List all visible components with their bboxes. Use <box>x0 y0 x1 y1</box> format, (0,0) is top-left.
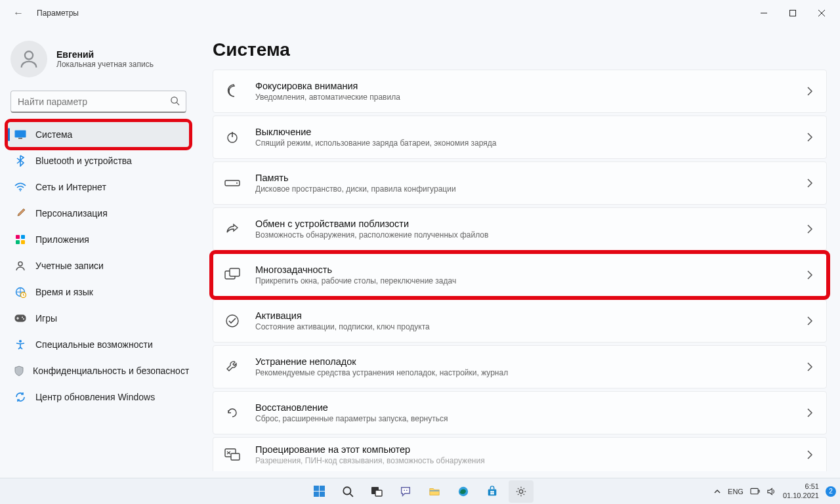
sidebar-item-0[interactable]: Система <box>8 122 189 147</box>
maximize-button[interactable] <box>778 3 807 24</box>
card-8[interactable]: Проецирование на этот компьютерРазрешени… <box>213 437 827 471</box>
moon-icon <box>222 81 242 101</box>
sidebar-item-10[interactable]: Центр обновления Windows <box>8 385 189 410</box>
storage-icon <box>222 173 242 193</box>
sidebar-item-4[interactable]: Приложения <box>8 227 189 252</box>
card-3[interactable]: Обмен с устройствами поблизостиВозможнос… <box>213 207 827 251</box>
tray-notifications-badge[interactable]: 2 <box>826 486 836 497</box>
card-subtitle: Разрешения, ПИН-код связывания, возможно… <box>255 456 807 465</box>
tray-datetime[interactable]: 6:51 01.10.2021 <box>783 482 819 499</box>
card-subtitle: Спящий режим, использование заряда батар… <box>255 138 807 148</box>
card-subtitle: Сброс, расширенные параметры запуска, ве… <box>255 414 807 423</box>
chat-button[interactable] <box>393 480 418 503</box>
svg-rect-0 <box>790 10 796 16</box>
card-subtitle: Прикрепить окна, рабочие столы, переключ… <box>255 276 807 285</box>
chevron-right-icon <box>807 224 813 234</box>
power-icon <box>222 127 242 147</box>
share-icon <box>222 219 242 239</box>
card-subtitle: Рекомендуемые средства устранения непола… <box>255 368 807 377</box>
svg-point-2 <box>171 97 177 103</box>
svg-point-29 <box>406 490 408 491</box>
card-subtitle: Состояние активации, подписки, ключ прод… <box>255 322 807 331</box>
card-0[interactable]: Фокусировка вниманияУведомления, автомат… <box>213 70 827 113</box>
card-title: Выключение <box>255 127 807 137</box>
svg-point-5 <box>20 190 21 192</box>
card-title: Устранение неполадок <box>255 356 807 367</box>
card-7[interactable]: ВосстановлениеСброс, расширенные парамет… <box>213 391 827 434</box>
taskbar-search-button[interactable] <box>335 480 360 503</box>
sidebar-item-7[interactable]: Игры <box>8 306 189 331</box>
svg-rect-30 <box>430 490 439 491</box>
card-2[interactable]: ПамятьДисковое пространство, диски, прав… <box>213 161 827 205</box>
sidebar-item-label: Специальные возможности <box>35 339 153 350</box>
start-button[interactable] <box>306 480 331 503</box>
svg-point-10 <box>18 262 22 266</box>
close-button[interactable] <box>807 3 836 24</box>
card-title: Память <box>255 173 807 183</box>
sidebar: Евгений Локальная учетная запись Система… <box>0 26 197 478</box>
edge-button[interactable] <box>451 480 476 503</box>
search-input[interactable] <box>10 91 186 113</box>
taskbar-center <box>306 480 534 503</box>
card-subtitle: Возможность обнаружения, расположение по… <box>255 230 807 240</box>
card-title: Многозадачность <box>255 264 807 275</box>
svg-point-16 <box>19 340 22 343</box>
sidebar-item-3[interactable]: Персонализация <box>8 201 189 226</box>
titlebar: ← Параметры <box>0 0 840 26</box>
task-view-button[interactable] <box>364 480 389 503</box>
sidebar-item-2[interactable]: Сеть и Интернет <box>8 175 189 200</box>
explorer-button[interactable] <box>422 480 447 503</box>
svg-rect-32 <box>488 489 497 495</box>
sidebar-item-9[interactable]: Конфиденциальность и безопасность <box>8 358 189 383</box>
tray-network-icon[interactable] <box>750 487 760 496</box>
card-4[interactable]: МногозадачностьПрикрепить окна, рабочие … <box>213 253 827 297</box>
card-5[interactable]: АктивацияСостояние активации, подписки, … <box>213 299 827 343</box>
tray-chevron-icon[interactable] <box>713 488 721 495</box>
svg-rect-24 <box>231 453 240 460</box>
settings-button[interactable] <box>509 480 534 503</box>
search-icon <box>170 96 180 106</box>
svg-point-19 <box>236 182 238 184</box>
svg-point-14 <box>22 317 23 318</box>
svg-rect-4 <box>18 138 22 139</box>
check-icon <box>222 311 242 331</box>
svg-rect-3 <box>15 131 26 138</box>
settings-cards: Фокусировка вниманияУведомления, автомат… <box>213 70 827 467</box>
card-title: Фокусировка внимания <box>255 81 807 91</box>
brush-icon <box>14 207 26 219</box>
svg-point-15 <box>23 318 24 320</box>
globe-clock-icon <box>14 286 26 298</box>
sidebar-item-label: Время и язык <box>35 287 93 297</box>
svg-rect-21 <box>230 268 240 276</box>
tray-language[interactable]: ENG <box>728 488 744 495</box>
sidebar-item-6[interactable]: Время и язык <box>8 280 189 304</box>
card-title: Обмен с устройствами поблизости <box>255 219 807 229</box>
svg-rect-34 <box>492 491 494 493</box>
sidebar-item-label: Центр обновления Windows <box>35 392 155 402</box>
profile-subtitle: Локальная учетная запись <box>56 60 154 69</box>
back-button[interactable]: ← <box>10 7 26 19</box>
sidebar-item-label: Bluetooth и устройства <box>35 156 132 166</box>
sidebar-item-5[interactable]: Учетные записи <box>8 253 189 278</box>
gamepad-icon <box>14 312 26 324</box>
display-icon <box>14 129 26 140</box>
wrench-icon <box>222 357 242 377</box>
card-1[interactable]: ВыключениеСпящий режим, использование за… <box>213 116 827 159</box>
profile-block[interactable]: Евгений Локальная учетная запись <box>8 37 189 85</box>
page-title: Система <box>213 39 827 60</box>
sidebar-item-label: Приложения <box>35 234 89 245</box>
tray-date: 01.10.2021 <box>783 492 819 500</box>
sidebar-item-8[interactable]: Специальные возможности <box>8 332 189 357</box>
sidebar-item-1[interactable]: Bluetooth и устройства <box>8 148 189 173</box>
store-button[interactable] <box>480 480 505 503</box>
avatar-icon <box>10 41 47 77</box>
chevron-right-icon <box>807 87 813 96</box>
window-title: Параметры <box>37 9 79 18</box>
svg-rect-27 <box>375 490 382 496</box>
svg-rect-7 <box>21 235 25 239</box>
svg-rect-8 <box>16 240 20 244</box>
tray-volume-icon[interactable] <box>766 487 776 496</box>
sidebar-item-label: Персонализация <box>35 208 108 219</box>
card-6[interactable]: Устранение неполадокРекомендуемые средст… <box>213 345 827 388</box>
minimize-button[interactable] <box>749 3 778 24</box>
